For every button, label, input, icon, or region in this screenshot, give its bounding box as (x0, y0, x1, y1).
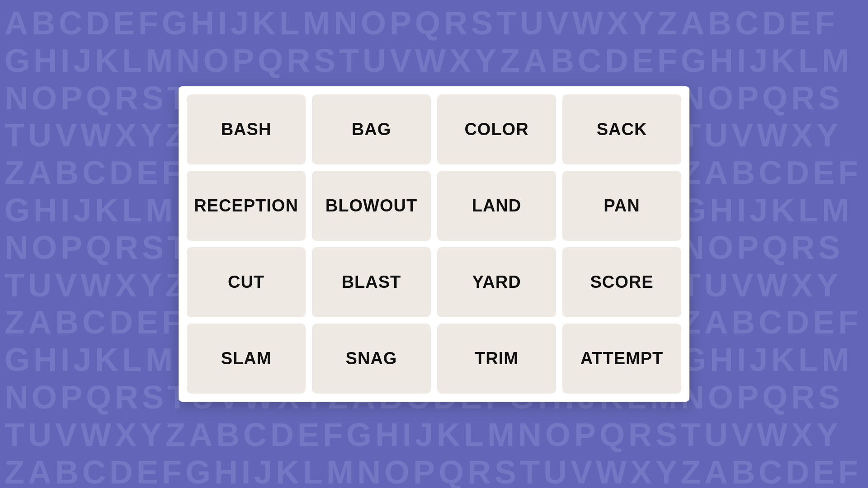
word-label-land: LAND (472, 196, 522, 216)
word-grid: BASHBAGCOLORSACKRECEPTIONBLOWOUTLANDPANC… (187, 94, 681, 394)
word-cell-trim[interactable]: TRIM (437, 324, 556, 394)
word-cell-blast[interactable]: BLAST (312, 247, 431, 317)
word-cell-reception[interactable]: RECEPTION (187, 171, 306, 241)
word-cell-snag[interactable]: SNAG (312, 324, 431, 394)
word-cell-cut[interactable]: CUT (187, 247, 306, 317)
word-cell-sack[interactable]: SACK (562, 94, 681, 164)
word-cell-blowout[interactable]: BLOWOUT (312, 171, 431, 241)
word-cell-bag[interactable]: BAG (312, 94, 431, 164)
word-label-snag: SNAG (346, 349, 397, 368)
word-cell-score[interactable]: SCORE (562, 247, 681, 317)
word-label-attempt: ATTEMPT (580, 349, 664, 368)
word-cell-bash[interactable]: BASH (187, 94, 306, 164)
word-label-yard: YARD (472, 272, 521, 292)
word-grid-card: BASHBAGCOLORSACKRECEPTIONBLOWOUTLANDPANC… (179, 86, 689, 402)
word-cell-color[interactable]: COLOR (437, 94, 556, 164)
word-cell-yard[interactable]: YARD (437, 247, 556, 317)
word-label-color: COLOR (464, 120, 528, 139)
word-label-bag: BAG (352, 120, 391, 139)
word-label-blast: BLAST (342, 272, 401, 292)
word-cell-slam[interactable]: SLAM (187, 324, 306, 394)
word-label-bash: BASH (221, 120, 272, 139)
word-cell-pan[interactable]: PAN (562, 171, 681, 241)
word-label-blowout: BLOWOUT (326, 196, 417, 216)
word-label-pan: PAN (604, 196, 640, 216)
word-cell-attempt[interactable]: ATTEMPT (562, 324, 681, 394)
word-label-cut: CUT (228, 272, 264, 292)
word-label-trim: TRIM (475, 349, 519, 368)
word-label-reception: RECEPTION (194, 196, 298, 216)
word-label-slam: SLAM (221, 349, 272, 368)
word-label-score: SCORE (590, 272, 653, 292)
word-label-sack: SACK (597, 120, 647, 139)
word-cell-land[interactable]: LAND (437, 171, 556, 241)
